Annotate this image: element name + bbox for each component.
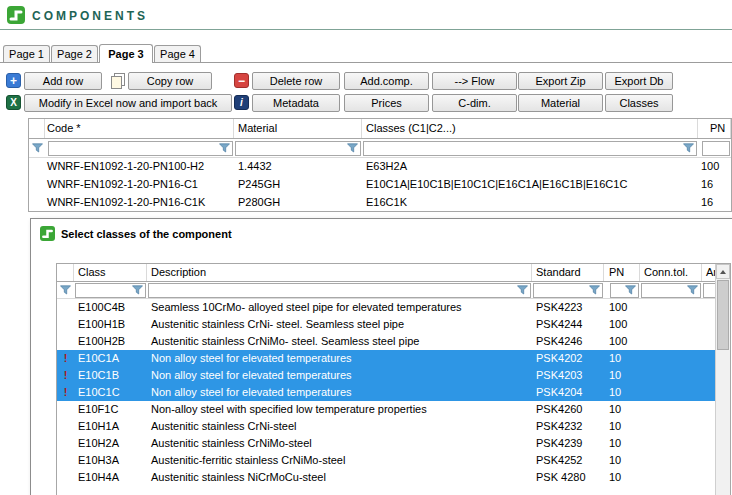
cell-pn: 100 xyxy=(604,333,640,350)
metadata-button[interactable]: Metadata xyxy=(252,94,340,112)
dialog-grid-scrollbar[interactable] xyxy=(715,264,730,495)
scrollbar-thumb[interactable] xyxy=(717,280,729,350)
cell-description: Austenitic stainless NiCrMoCu-steel xyxy=(147,469,532,486)
cell-classes: E63H2A xyxy=(362,158,698,176)
c-dim-button[interactable]: C-dim. xyxy=(432,94,517,112)
cell-description: Austenitic stainless CrNi-steel xyxy=(147,418,532,435)
cell-class: E100C4B xyxy=(74,299,147,316)
filter-icon[interactable] xyxy=(132,285,143,295)
class-row-selected[interactable]: ! E10C1B Non alloy steel for elevated te… xyxy=(57,367,730,384)
class-row[interactable]: E10H4A Austenitic stainless NiCrMoCu-ste… xyxy=(57,469,730,486)
cell-description: Austenitic stainless CrNiMo- steel. Seam… xyxy=(147,333,532,350)
delete-row-button[interactable]: Delete row xyxy=(252,72,340,90)
tab-page-3[interactable]: Page 3 xyxy=(99,44,153,63)
cell-class: E10H2A xyxy=(74,435,147,452)
class-row[interactable]: E10H1A Austenitic stainless CrNi-steel P… xyxy=(57,418,730,435)
classes-filter-input[interactable] xyxy=(363,141,697,156)
cell-standard: PSK4203 xyxy=(532,367,604,384)
material-filter-input[interactable] xyxy=(235,141,361,156)
column-header-classes[interactable]: Classes (C1|C2...) xyxy=(362,119,698,138)
tab-page-1[interactable]: Page 1 xyxy=(3,45,50,62)
filter-icon[interactable] xyxy=(32,143,43,153)
filter-icon[interactable] xyxy=(589,285,600,295)
description-filter-input[interactable] xyxy=(148,283,531,298)
pn-filter-input[interactable] xyxy=(610,283,639,298)
classes-button[interactable]: Classes xyxy=(605,94,673,112)
filter-indicator xyxy=(29,143,45,153)
toolbar: Add row Copy row Delete row Add.comp. --… xyxy=(0,70,732,118)
tab-page-4[interactable]: Page 4 xyxy=(154,45,201,62)
export-zip-button[interactable]: Export Zip xyxy=(518,72,603,90)
add-icon[interactable] xyxy=(6,73,21,88)
modify-excel-button[interactable]: Modify in Excel now and import back xyxy=(24,94,232,112)
code-filter-input[interactable] xyxy=(48,141,233,156)
filter-icon[interactable] xyxy=(687,285,698,295)
excel-icon[interactable] xyxy=(6,95,21,110)
column-header-code[interactable]: Code * xyxy=(45,119,234,138)
column-header-pn[interactable]: PN xyxy=(698,119,731,138)
component-row[interactable]: WNRF-EN1092-1-20-PN16-C1 P245GH E10C1A|E… xyxy=(29,176,731,194)
copy-row-button[interactable]: Copy row xyxy=(128,72,212,90)
filter-icon[interactable] xyxy=(347,143,358,153)
material-button[interactable]: Material xyxy=(518,94,603,112)
select-classes-dialog: Select classes of the component Class De… xyxy=(30,218,732,495)
classes-grid: Class Description Standard PN Conn.tol. … xyxy=(56,263,731,495)
app-header: COMPONENTS xyxy=(0,0,732,30)
filter-icon[interactable] xyxy=(517,285,528,295)
scroll-up-button[interactable] xyxy=(716,264,730,279)
row-indicator xyxy=(57,299,74,316)
filter-icon[interactable] xyxy=(60,285,71,295)
filter-icon[interactable] xyxy=(683,143,694,153)
add-comp-button[interactable]: Add.comp. xyxy=(344,72,429,90)
components-grid: Code * Material Classes (C1|C2...) PN WN… xyxy=(28,118,732,212)
filter-icon[interactable] xyxy=(625,285,636,295)
tab-page-2[interactable]: Page 2 xyxy=(51,45,98,62)
cell-standard: PSK4260 xyxy=(532,401,604,418)
class-row[interactable]: E10F1C Non-alloy steel with specified lo… xyxy=(57,401,730,418)
column-header-class[interactable]: Class xyxy=(74,264,147,281)
conn-tol-filter-input[interactable] xyxy=(641,283,701,298)
export-db-button[interactable]: Export Db xyxy=(605,72,673,90)
class-row[interactable]: E10H2A Austenitic stainless CrNiMo-steel… xyxy=(57,435,730,452)
column-header-description[interactable]: Description xyxy=(147,264,532,281)
row-indicator xyxy=(29,176,45,194)
standard-filter-input[interactable] xyxy=(533,283,603,298)
column-header-pn[interactable]: PN xyxy=(604,264,640,281)
cell-standard: PSK4246 xyxy=(532,333,604,350)
cell-pn: 10 xyxy=(604,452,640,469)
cell-pn: 100 xyxy=(604,316,640,333)
pn-filter-input[interactable] xyxy=(702,141,730,156)
delete-icon[interactable] xyxy=(234,73,249,88)
column-header-conn-tol[interactable]: Conn.tol. xyxy=(640,264,702,281)
cell-material: P280GH xyxy=(234,194,362,212)
row-indicator xyxy=(57,333,74,350)
cell-code: WNRF-EN1092-1-20-PN100-H2 xyxy=(45,158,234,176)
dialog-title: Select classes of the component xyxy=(61,228,232,240)
class-row[interactable]: E10H3A Austenitic-ferritic stainless CrN… xyxy=(57,452,730,469)
add-row-button[interactable]: Add row xyxy=(24,72,102,90)
cell-material: 1.4432 xyxy=(234,158,362,176)
flow-button[interactable]: --> Flow xyxy=(432,72,517,90)
cell-conn-tol xyxy=(640,401,702,418)
filter-icon[interactable] xyxy=(219,143,230,153)
metadata-icon[interactable] xyxy=(234,95,249,110)
cell-description: Non alloy steel for elevated temperature… xyxy=(147,350,532,367)
column-header-standard[interactable]: Standard xyxy=(532,264,604,281)
class-row[interactable]: E100H2B Austenitic stainless CrNiMo- ste… xyxy=(57,333,730,350)
copy-icon[interactable] xyxy=(110,73,125,88)
cell-standard: PSK4204 xyxy=(532,384,604,401)
class-row[interactable]: E100C4B Seamless 10CrMo- alloyed steel p… xyxy=(57,299,730,316)
class-row-selected[interactable]: ! E10C1A Non alloy steel for elevated te… xyxy=(57,350,730,367)
cell-standard: PSK4202 xyxy=(532,350,604,367)
prices-button[interactable]: Prices xyxy=(344,94,429,112)
grid-header-row: Class Description Standard PN Conn.tol. … xyxy=(57,264,730,282)
cell-description: Austenitic stainless CrNiMo-steel xyxy=(147,435,532,452)
component-row[interactable]: WNRF-EN1092-1-20-PN100-H2 1.4432 E63H2A … xyxy=(29,158,731,176)
column-header-material[interactable]: Material xyxy=(234,119,362,138)
class-row[interactable]: E100H1B Austenitic stainless CrNi- steel… xyxy=(57,316,730,333)
class-row-selected[interactable]: ! E10C1C Non alloy steel for elevated te… xyxy=(57,384,730,401)
cell-classes: E10C1A|E10C1B|E10C1C|E16C1A|E16C1B|E16C1… xyxy=(362,176,698,194)
component-row[interactable]: WNRF-EN1092-1-20-PN16-C1K P280GH E16C1K … xyxy=(29,194,731,212)
class-filter-input[interactable] xyxy=(75,283,146,298)
cell-class: E10C1A xyxy=(74,350,147,367)
